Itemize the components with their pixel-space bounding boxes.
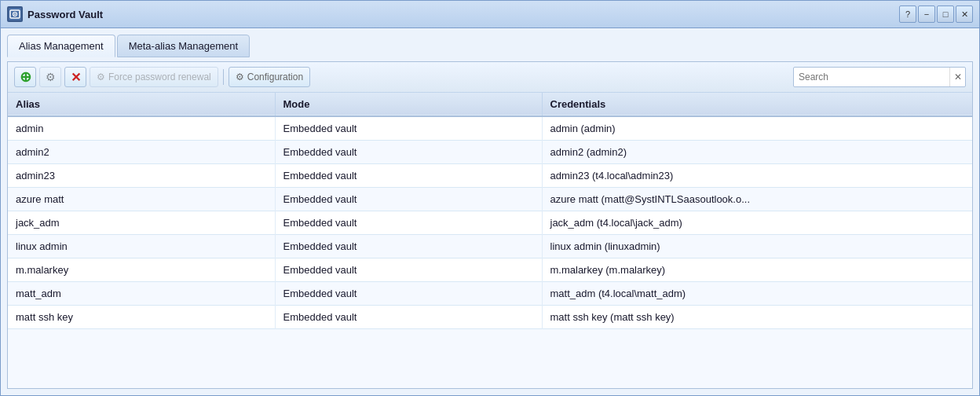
- configuration-icon: ⚙: [236, 72, 244, 82]
- alias-column-header: Alias: [8, 93, 275, 116]
- table-row[interactable]: adminEmbedded vaultadmin (admin): [8, 116, 972, 141]
- toolbar: ⊕ ⚙ ✕ ⚙ Force password renewal ⚙ Configu…: [8, 62, 972, 93]
- table-row[interactable]: matt ssh keyEmbedded vaultmatt ssh key (…: [8, 306, 972, 329]
- content-area: Alias Management Meta-alias Management ⊕…: [1, 28, 979, 395]
- gear-icon: ⚙: [46, 71, 56, 83]
- force-renewal-icon: ⚙: [97, 72, 105, 82]
- help-button[interactable]: ?: [899, 6, 916, 23]
- window-title: Password Vault: [27, 9, 103, 20]
- table-header-row: Alias Mode Credentials: [8, 93, 972, 116]
- credentials-cell: admin2 (admin2): [542, 141, 972, 164]
- alias-cell: matt ssh key: [8, 306, 275, 329]
- password-vault-window: Password Vault ? − □ ✕ Alias Management …: [0, 0, 980, 396]
- alias-cell: m.malarkey: [8, 258, 275, 282]
- vault-icon: [7, 6, 23, 22]
- mode-cell: Embedded vault: [275, 188, 542, 211]
- table-row[interactable]: matt_admEmbedded vaultmatt_adm (t4.local…: [8, 282, 972, 306]
- tab-alias-management[interactable]: Alias Management: [7, 35, 115, 57]
- alias-cell: admin2: [8, 141, 275, 164]
- add-icon: ⊕: [20, 68, 31, 86]
- configuration-button[interactable]: ⚙ Configuration: [229, 67, 310, 87]
- toolbar-separator: [223, 69, 224, 85]
- table-body: adminEmbedded vaultadmin (admin)admin2Em…: [8, 116, 972, 329]
- table-row[interactable]: jack_admEmbedded vaultjack_adm (t4.local…: [8, 211, 972, 235]
- delete-button[interactable]: ✕: [64, 67, 86, 87]
- title-bar-controls: ? − □ ✕: [899, 6, 973, 23]
- mode-cell: Embedded vault: [275, 211, 542, 235]
- mode-cell: Embedded vault: [275, 116, 542, 141]
- credentials-cell: linux admin (linuxadmin): [542, 235, 972, 258]
- mode-column-header: Mode: [275, 93, 542, 116]
- close-button[interactable]: ✕: [956, 6, 973, 23]
- alias-cell: azure matt: [8, 188, 275, 211]
- alias-cell: admin23: [8, 164, 275, 188]
- credentials-cell: matt_adm (t4.local\matt_adm): [542, 282, 972, 306]
- credentials-cell: jack_adm (t4.local\jack_adm): [542, 211, 972, 235]
- add-button[interactable]: ⊕: [14, 67, 36, 87]
- tabs-container: Alias Management Meta-alias Management: [7, 35, 973, 57]
- tab-panel: ⊕ ⚙ ✕ ⚙ Force password renewal ⚙ Configu…: [7, 61, 973, 389]
- table-row[interactable]: azure mattEmbedded vaultazure matt (matt…: [8, 188, 972, 211]
- search-clear-button[interactable]: ✕: [949, 68, 965, 86]
- credentials-cell: admin (admin): [542, 116, 972, 141]
- maximize-button[interactable]: □: [937, 6, 954, 23]
- table-row[interactable]: m.malarkeyEmbedded vaultm.malarkey (m.ma…: [8, 258, 972, 282]
- alias-cell: linux admin: [8, 235, 275, 258]
- credentials-cell: m.malarkey (m.malarkey): [542, 258, 972, 282]
- alias-cell: admin: [8, 116, 275, 141]
- mode-cell: Embedded vault: [275, 235, 542, 258]
- title-bar: Password Vault ? − □ ✕: [1, 1, 979, 28]
- credentials-cell: admin23 (t4.local\admin23): [542, 164, 972, 188]
- table-row[interactable]: linux adminEmbedded vaultlinux admin (li…: [8, 235, 972, 258]
- credentials-cell: azure matt (matt@SystINTLSaasoutlook.o..…: [542, 188, 972, 211]
- alias-cell: jack_adm: [8, 211, 275, 235]
- alias-table: Alias Mode Credentials adminEmbedded vau…: [8, 93, 972, 329]
- alias-cell: matt_adm: [8, 282, 275, 306]
- force-renewal-button[interactable]: ⚙ Force password renewal: [90, 67, 218, 87]
- mode-cell: Embedded vault: [275, 258, 542, 282]
- table-row[interactable]: admin23Embedded vaultadmin23 (t4.local\a…: [8, 164, 972, 188]
- title-bar-left: Password Vault: [7, 6, 103, 22]
- tab-meta-alias-management[interactable]: Meta-alias Management: [117, 35, 250, 57]
- mode-cell: Embedded vault: [275, 164, 542, 188]
- edit-button[interactable]: ⚙: [39, 67, 61, 87]
- credentials-cell: matt ssh key (matt ssh key): [542, 306, 972, 329]
- delete-icon: ✕: [71, 70, 81, 85]
- mode-cell: Embedded vault: [275, 306, 542, 329]
- mode-cell: Embedded vault: [275, 141, 542, 164]
- search-input[interactable]: [794, 72, 949, 82]
- credentials-column-header: Credentials: [542, 93, 972, 116]
- svg-point-2: [14, 13, 16, 15]
- mode-cell: Embedded vault: [275, 282, 542, 306]
- minimize-button[interactable]: −: [918, 6, 935, 23]
- table-row[interactable]: admin2Embedded vaultadmin2 (admin2): [8, 141, 972, 164]
- search-box: ✕: [793, 67, 966, 87]
- table-container: Alias Mode Credentials adminEmbedded vau…: [8, 93, 972, 388]
